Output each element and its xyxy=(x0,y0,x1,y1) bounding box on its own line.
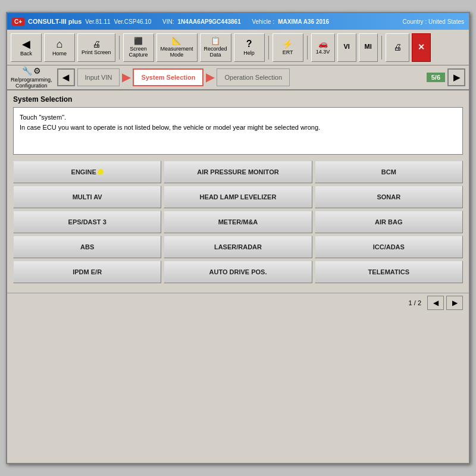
eps-dast3-label: EPS/DAST 3 xyxy=(68,218,107,226)
operation-selection-label: Operation Selection xyxy=(224,74,282,81)
abs-label: ABS xyxy=(80,243,94,250)
back-icon: ◀ xyxy=(22,39,30,49)
next-page-button[interactable]: ▶ xyxy=(446,296,463,310)
eps-dast3-button[interactable]: EPS/DAST 3 xyxy=(13,211,161,233)
close-icon: ✕ xyxy=(418,43,425,51)
vi-icon: VI xyxy=(343,43,349,50)
toolbar: ◀ Back ⌂ Home 🖨 Print Screen ⬛ ScreenCap… xyxy=(7,30,469,65)
config-icons: 🔧 ⚙ xyxy=(22,66,41,76)
ert-label: ERT xyxy=(283,49,293,55)
icc-adas-button[interactable]: ICC/ADAS xyxy=(315,236,463,258)
multi-av-button[interactable]: MULTI AV xyxy=(13,186,161,208)
sonar-button[interactable]: SONAR xyxy=(315,186,463,208)
abs-button[interactable]: ABS xyxy=(13,236,161,258)
recorded-data-label: RecordedData xyxy=(204,46,227,58)
system-grid: ENGINE AIR PRESSURE MONITOR BCM MULTI AV… xyxy=(13,161,463,283)
nav-step-operation-selection[interactable]: Operation Selection xyxy=(217,68,290,86)
info-line-1: Touch "system". xyxy=(20,112,456,123)
air-pressure-monitor-label: AIR PRESSURE MONITOR xyxy=(197,168,278,176)
measurement-mode-button[interactable]: 📐 MeasurementMode xyxy=(156,33,198,62)
nav-page-indicator: 5/6 xyxy=(427,73,445,82)
input-vin-label: Input VIN xyxy=(85,74,112,81)
ert-button[interactable]: ⚡ ERT xyxy=(273,33,303,62)
air-bag-label: AIR BAG xyxy=(375,218,402,226)
meter-ma-label: METER/M&A xyxy=(218,218,258,226)
reprogramming-config[interactable]: 🔧 ⚙ Re/programming,Configuration xyxy=(11,66,52,89)
vin-label: VIN: xyxy=(162,18,174,25)
info-box: Touch "system". In case ECU you want to … xyxy=(13,107,463,155)
toolbar-sep-1 xyxy=(119,36,120,60)
air-pressure-monitor-button[interactable]: AIR PRESSURE MONITOR xyxy=(164,161,312,183)
nav-step-input-vin[interactable]: Input VIN xyxy=(77,68,120,86)
laser-radar-label: LASER/RADAR xyxy=(214,243,262,250)
ipdm-er-button[interactable]: IPDM E/R xyxy=(13,261,161,283)
vehicle-value: MAXIMA A36 2016 xyxy=(278,18,329,25)
screen-capture-label: ScreenCapture xyxy=(129,46,148,58)
nav-step-system-selection[interactable]: System Selection xyxy=(133,68,203,86)
printer-button[interactable]: 🖨 xyxy=(386,33,409,62)
vin-value: 1N4AA6AP9GC443861 xyxy=(178,18,241,25)
car-status-button[interactable]: 🚗 14.3V xyxy=(311,33,335,62)
auto-drive-pos-button[interactable]: AUTO DRIVE POS. xyxy=(164,261,312,283)
next-arrow-icon: ▶ xyxy=(452,299,458,307)
bcm-label: BCM xyxy=(381,168,396,176)
close-button[interactable]: ✕ xyxy=(412,33,431,62)
print-screen-button[interactable]: 🖨 Print Screen xyxy=(77,33,115,62)
app-name: CONSULT-III plus xyxy=(28,18,82,25)
system-selection-label: System Selection xyxy=(141,74,195,81)
nav-arrow-2: ▶ xyxy=(206,71,214,84)
reprogramming-label: Re/programming,Configuration xyxy=(11,77,52,89)
screen-capture-button[interactable]: ⬛ ScreenCapture xyxy=(123,33,154,62)
toolbar-sep-3 xyxy=(307,36,308,60)
home-button[interactable]: ⌂ Home xyxy=(44,33,75,62)
title-bar: C+ CONSULT-III plus Ver.81.11 Ver.CSP46.… xyxy=(7,13,469,30)
multi-av-label: MULTI AV xyxy=(73,193,102,201)
nav-back-arrow[interactable]: ◀ xyxy=(57,68,75,86)
back-label: Back xyxy=(20,51,32,57)
vi-button[interactable]: VI xyxy=(337,33,356,62)
section-title: System Selection xyxy=(13,95,463,104)
mi-icon: MI xyxy=(364,43,371,50)
recorded-data-button[interactable]: 📋 RecordedData xyxy=(200,33,231,62)
country-label: Country : United States xyxy=(403,18,464,25)
help-button[interactable]: ? Help xyxy=(234,33,265,62)
settings-icon: ⚙ xyxy=(33,66,41,76)
engine-button[interactable]: ENGINE xyxy=(13,161,161,183)
telematics-button[interactable]: TELEMATICS xyxy=(315,261,463,283)
home-icon: ⌂ xyxy=(57,39,63,49)
help-icon: ? xyxy=(246,39,252,49)
page-badge: 5/6 xyxy=(427,73,445,82)
printer-icon: 🖨 xyxy=(393,43,402,51)
bcm-button[interactable]: BCM xyxy=(315,161,463,183)
toolbar-sep-4 xyxy=(381,36,382,60)
prev-page-button[interactable]: ◀ xyxy=(427,296,444,310)
print-screen-label: Print Screen xyxy=(82,49,111,55)
laser-radar-button[interactable]: LASER/RADAR xyxy=(164,236,312,258)
meter-ma-button[interactable]: METER/M&A xyxy=(164,211,312,233)
home-label: Home xyxy=(52,51,67,57)
measurement-label: MeasurementMode xyxy=(161,46,193,58)
help-label: Help xyxy=(243,50,255,56)
head-lamp-levelizer-button[interactable]: HEAD LAMP LEVELIZER xyxy=(164,186,312,208)
page-indicator: 1 / 2 xyxy=(409,299,421,306)
main-window: C+ CONSULT-III plus Ver.81.11 Ver.CSP46.… xyxy=(6,12,470,464)
bottom-bar: 1 / 2 ◀ ▶ xyxy=(7,293,469,312)
back-button[interactable]: ◀ Back xyxy=(11,33,42,62)
screen-capture-icon: ⬛ xyxy=(134,37,143,45)
sonar-label: SONAR xyxy=(377,193,400,201)
version2: Ver.CSP46.10 xyxy=(114,18,152,25)
mi-button[interactable]: MI xyxy=(359,33,378,62)
nav-arrow-1: ▶ xyxy=(122,71,130,84)
air-bag-button[interactable]: AIR BAG xyxy=(315,211,463,233)
vehicle-label: Vehicle : xyxy=(252,18,274,25)
icc-adas-label: ICC/ADAS xyxy=(373,243,405,250)
print-screen-icon: 🖨 xyxy=(92,40,101,48)
app-logo: C+ xyxy=(12,18,24,26)
head-lamp-levelizer-label: HEAD LAMP LEVELIZER xyxy=(200,193,277,201)
title-bar-right: Country : United States xyxy=(403,18,464,25)
info-line-2: In case ECU you want to operate is not l… xyxy=(20,123,456,133)
ert-icon: ⚡ xyxy=(282,39,293,48)
main-content: System Selection Touch "system". In case… xyxy=(7,90,469,293)
nav-forward-arrow[interactable]: ▶ xyxy=(447,68,465,86)
telematics-label: TELEMATICS xyxy=(368,268,409,275)
